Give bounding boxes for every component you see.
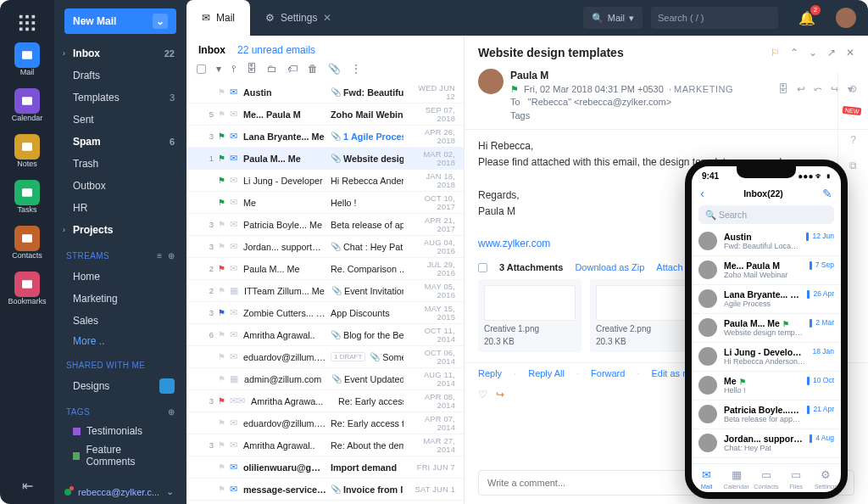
phone-message-row[interactable]: Me... Paula MZoho Mail Webinar7 Sep [692, 256, 841, 285]
phone-message-row[interactable]: AustinFwd: Beautiful Locations12 Jun [692, 227, 841, 256]
message-row[interactable]: 2⚑✉Paula M... MeRe. Comparison ...JUL 29… [186, 258, 464, 280]
flag-icon[interactable]: ⚑ [218, 109, 225, 119]
reply-link[interactable]: Reply [478, 368, 502, 378]
attachment-card[interactable]: Creative 1.png20.3 KB [478, 279, 581, 352]
message-row[interactable]: 5⚑✉Me... Paula MZoho Mail WebinarSEP 07,… [186, 104, 464, 126]
unread-count[interactable]: 22 unread emails [237, 44, 315, 56]
message-row[interactable]: ⚑▦admin@zillum.com📎Event Updated - De...… [186, 368, 464, 390]
folder-inbox[interactable]: ›Inbox22 [54, 42, 186, 64]
folder-projects[interactable]: ›Projects [54, 219, 186, 241]
message-row[interactable]: 2⚑▦ITTeam Zillum... Me📎Event Invitation … [186, 280, 464, 302]
folder-trash[interactable]: Trash [54, 153, 186, 175]
phone-message-row[interactable]: Lana Bryante... Me⚑Agile Process26 Apr [692, 285, 841, 314]
search-scope-button[interactable]: 🔍 Mail ▾ [583, 7, 643, 29]
download-zip[interactable]: Download as Zip [575, 262, 644, 272]
folder-sent[interactable]: Sent [54, 109, 186, 131]
message-row[interactable]: ⚑✉eduardov@zillum.c...Re: Early access t… [186, 412, 464, 434]
flag-icon[interactable]: ⚑ [218, 176, 225, 185]
appbar-bookmarks[interactable]: Bookmarks [0, 272, 54, 305]
reply-icon[interactable]: ↩ [797, 83, 805, 95]
message-row[interactable]: 1⚑✉Paula M... Me📎Website design temp...M… [186, 148, 464, 170]
phone-compose-icon[interactable]: ✎ [822, 187, 832, 200]
flag-icon[interactable]: ⚑ [218, 264, 225, 273]
phone-tab-files[interactable]: ▭Files [782, 468, 811, 490]
appbar-calendar[interactable]: Calendar [0, 88, 54, 122]
flag-icon[interactable]: ⚑ [218, 220, 225, 229]
message-row[interactable]: ⚑✉Austin📎Fwd: Beautiful locati...WED JUN… [186, 81, 464, 104]
message-row[interactable]: ⚑✉Li Jung - DeveloperHi Rebecca Anderson… [186, 170, 464, 192]
phone-tab-calendar[interactable]: ▦Calendar [721, 468, 751, 490]
tag-icon[interactable]: 🏷 [287, 63, 298, 75]
tag-message-icon[interactable]: ⚐ [771, 47, 780, 59]
collapse-sidebar-icon[interactable]: ⇤ [22, 478, 33, 494]
attachment-filter-icon[interactable]: 📎 [328, 63, 341, 75]
profile-avatar[interactable] [836, 8, 856, 28]
select-dropdown-icon[interactable]: ▾ [216, 63, 221, 75]
apps-grid-icon[interactable] [18, 14, 36, 32]
flag-icon[interactable]: ⚑ [218, 462, 225, 472]
flag-icon[interactable]: ⚑ [218, 352, 225, 361]
popout-icon[interactable]: ↗ [827, 47, 836, 59]
archive-msg-icon[interactable]: 🗄 [778, 83, 788, 95]
tab-mail[interactable]: ✉Mail [186, 0, 250, 36]
shared-item[interactable]: Designs [54, 375, 186, 397]
stream-marketing[interactable]: Marketing [54, 288, 186, 310]
flag-icon[interactable]: ⚑ [218, 484, 225, 494]
filter-icon[interactable]: ⫯ [231, 63, 236, 75]
like-icon[interactable]: ♡ [478, 389, 487, 400]
phone-message-row[interactable]: Patricia Boyle... MeBeta release for app… [692, 400, 841, 429]
attachment-card[interactable]: Creative 2.png20.3 KB [590, 279, 693, 352]
help-side-icon[interactable]: ? [850, 134, 856, 146]
message-row[interactable]: 3⚑✉✉Amritha Agrawa...Re: Early access to… [186, 390, 464, 412]
add-tag-icon[interactable]: ⊕ [168, 407, 175, 417]
close-message-icon[interactable]: ✕ [846, 47, 854, 59]
new-mail-button[interactable]: New Mail ⌄ [64, 8, 176, 34]
tag-item[interactable]: Testimonials [54, 422, 186, 440]
phone-message-row[interactable]: Jordan... support@zyChat: Hey Pat4 Aug [692, 429, 841, 458]
stream-feed-icon[interactable]: ≡ [157, 251, 162, 260]
settings-side-icon[interactable]: ⚙ [849, 83, 858, 95]
select-all-checkbox[interactable] [197, 64, 206, 74]
message-row[interactable]: ⚑✉message-service@...📎Invoice from Invoi… [186, 479, 464, 501]
close-tab-icon[interactable]: ✕ [323, 12, 331, 24]
flag-icon[interactable]: ⚑ [218, 374, 225, 384]
phone-search[interactable]: 🔍 Search [698, 205, 834, 224]
flag-icon[interactable]: ⚑ [218, 330, 225, 339]
stream-sales[interactable]: Sales [54, 310, 186, 332]
expand-down-icon[interactable]: ⌄ [809, 47, 817, 59]
message-row[interactable]: ⚑✉noreply@zoho.comZoho MAIL :: Mail For.… [186, 501, 464, 504]
delete-icon[interactable]: 🗑 [308, 63, 318, 75]
move-icon[interactable]: 🗀 [267, 63, 277, 75]
phone-tab-contacts[interactable]: ▭Contacts [751, 468, 781, 490]
folder-hr[interactable]: HR [54, 197, 186, 219]
copy-side-icon[interactable]: ⧉ [849, 160, 857, 171]
appbar-tasks[interactable]: Tasks [0, 180, 54, 214]
stream-home[interactable]: Home [54, 266, 186, 288]
message-row[interactable]: 3⚑✉Patricia Boyle... MeBeta release of a… [186, 214, 464, 236]
flag-icon[interactable]: ⚑ [218, 154, 225, 163]
folder-spam[interactable]: Spam6 [54, 131, 186, 153]
message-row[interactable]: 6⚑✉Amritha Agrawal..📎Blog for the Be...+… [186, 324, 464, 346]
notifications-button[interactable]: 🔔 2 [798, 10, 815, 26]
message-row[interactable]: ⚑✉eduardov@zillum.c...1 DRAFT📎Some snaps… [186, 346, 464, 368]
flag-icon[interactable]: ⚑ [218, 286, 225, 295]
flag-icon[interactable]: ⚑ [218, 198, 225, 207]
flag-icon[interactable]: ⚑ [218, 87, 225, 97]
add-stream-icon[interactable]: ⊕ [168, 251, 175, 260]
message-row[interactable]: 3⚑✉Jordan... support@z...📎Chat : Hey Pat… [186, 236, 464, 258]
flag-icon[interactable]: ⚑ [218, 418, 225, 428]
message-row[interactable]: ⚑✉MeHello !OCT 10, 2017 [186, 192, 464, 214]
reply-all-icon[interactable]: ⤺ [814, 83, 822, 95]
tab-settings[interactable]: ⚙Settings✕ [250, 0, 347, 36]
flag-icon[interactable]: ⚑ [510, 84, 519, 94]
message-row[interactable]: 3⚑✉Zombie Cutters... le...App DiscountsM… [186, 302, 464, 324]
flag-icon[interactable]: ⚑ [218, 440, 225, 450]
appbar-contacts[interactable]: Contacts [0, 226, 54, 260]
collapse-up-icon[interactable]: ⌃ [790, 47, 798, 59]
phone-message-row[interactable]: Me⚑Hello !10 Oct [692, 372, 841, 400]
share-icon[interactable]: ↪ [496, 389, 504, 400]
user-menu-chevron-icon[interactable]: ⌄ [166, 486, 174, 497]
tag-item[interactable]: Feature Comments [54, 440, 186, 471]
streams-more[interactable]: More .. [54, 332, 186, 350]
forward-link[interactable]: Forward [591, 368, 625, 378]
